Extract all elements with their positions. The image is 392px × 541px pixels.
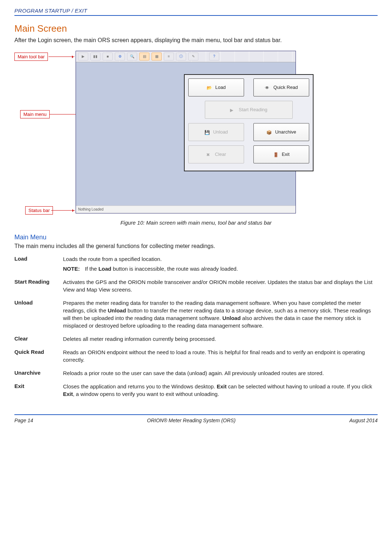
clear-button: ✖ Clear bbox=[188, 145, 244, 163]
button-label: Start Reading bbox=[239, 107, 267, 113]
page-number: Page 14 bbox=[14, 417, 33, 424]
view1-icon[interactable]: ▤ bbox=[139, 53, 149, 60]
footer-date: August 2014 bbox=[349, 417, 378, 424]
page-footer: Page 14 ORION® Meter Reading System (ORS… bbox=[14, 414, 378, 424]
eye-icon: 👁 bbox=[265, 85, 271, 90]
status-bar: Nothing Loaded bbox=[76, 206, 296, 213]
table-row: Load Loads the route from a specified lo… bbox=[14, 255, 378, 278]
start-reading-button: ▶ Start Reading bbox=[205, 101, 293, 119]
table-row: Quick Read Reads an ORION endpoint witho… bbox=[14, 348, 378, 369]
figure-container: Main tool bar Main menu Status bar ▶ ▮▮ … bbox=[14, 51, 378, 216]
subheading: Main Menu bbox=[14, 233, 378, 242]
table-row: Exit Closes the application and returns … bbox=[14, 383, 378, 404]
definitions-table: Load Loads the route from a specified lo… bbox=[14, 255, 378, 404]
table-row: Unarchive Reloads a prior route so the u… bbox=[14, 369, 378, 383]
term: Unload bbox=[14, 299, 63, 335]
term: Load bbox=[14, 255, 63, 278]
table-row: Clear Deletes all meter reading informat… bbox=[14, 335, 378, 348]
settings-icon[interactable]: ⚙ bbox=[115, 53, 125, 60]
desc: Reads an ORION endpoint without the need… bbox=[63, 348, 378, 369]
exit-icon: 🚪 bbox=[273, 152, 280, 157]
intro-text: After the Login screen, the main ORS scr… bbox=[14, 36, 378, 44]
pause-icon[interactable]: ▮▮ bbox=[90, 53, 100, 60]
desc: Activates the GPS and the ORION mobile t… bbox=[63, 278, 378, 299]
list-icon[interactable]: ≡ bbox=[164, 53, 174, 60]
callout-toolbar: Main tool bar bbox=[14, 53, 48, 61]
quickread-button[interactable]: 👁 Quick Read bbox=[253, 78, 309, 96]
desc: Reloads a prior route so the user can sa… bbox=[63, 369, 378, 383]
exit-button[interactable]: 🚪 Exit bbox=[253, 145, 309, 163]
unarchive-button[interactable]: 📦 Unarchive bbox=[253, 123, 309, 141]
page-header: PROGRAM STARTUP / EXIT bbox=[14, 7, 378, 16]
button-label: Exit bbox=[282, 151, 290, 158]
term: Clear bbox=[14, 335, 63, 348]
callout-status: Status bar bbox=[25, 206, 53, 215]
info-icon[interactable]: ⓘ bbox=[176, 53, 186, 60]
callout-menu: Main menu bbox=[20, 110, 50, 119]
play-icon[interactable]: ▶ bbox=[78, 53, 88, 60]
section-title: Main Screen bbox=[14, 22, 378, 35]
help-icon[interactable]: ? bbox=[209, 53, 219, 60]
clear-icon: ✖ bbox=[206, 152, 213, 157]
button-label: Load bbox=[215, 84, 226, 91]
screenshot: ▶ ▮▮ ■ ⚙ 🔍 ▤ ▦ ≡ ⓘ ✎ ? 📂 Load 👁 bbox=[76, 51, 296, 213]
arrow-icon bbox=[49, 57, 75, 57]
subintro: The main menu includes all the general f… bbox=[14, 242, 378, 250]
toolbar: ▶ ▮▮ ■ ⚙ 🔍 ▤ ▦ ≡ ⓘ ✎ ? bbox=[76, 51, 296, 62]
stop-icon[interactable]: ■ bbox=[103, 53, 113, 60]
view2-icon[interactable]: ▦ bbox=[152, 53, 162, 60]
table-row: Unload Prepares the meter reading data f… bbox=[14, 299, 378, 335]
footer-title: ORION® Meter Reading System (ORS) bbox=[147, 417, 235, 424]
note-label: NOTE: bbox=[63, 266, 80, 272]
term: Start Reading bbox=[14, 278, 63, 299]
button-label: Unarchive bbox=[275, 129, 296, 135]
button-label: Clear bbox=[215, 151, 226, 158]
save-icon: 💾 bbox=[204, 130, 211, 135]
desc: Closes the application and returns you t… bbox=[63, 383, 378, 404]
desc: Deletes all meter reading information cu… bbox=[63, 335, 378, 348]
play-icon: ▶ bbox=[230, 107, 236, 112]
button-label: Quick Read bbox=[274, 84, 298, 91]
archive-icon: 📦 bbox=[266, 130, 273, 135]
doc-icon[interactable]: ✎ bbox=[188, 53, 198, 60]
term: Exit bbox=[14, 383, 63, 404]
desc: Loads the route from a specified locatio… bbox=[63, 255, 378, 278]
figure-caption: Figure 10: Main screen with main menu, t… bbox=[14, 219, 378, 226]
unload-button: 💾 Unload bbox=[188, 123, 244, 141]
load-button[interactable]: 📂 Load bbox=[188, 78, 244, 96]
term: Quick Read bbox=[14, 348, 63, 369]
table-row: Start Reading Activates the GPS and the … bbox=[14, 278, 378, 299]
folder-icon: 📂 bbox=[207, 85, 213, 90]
arrow-icon bbox=[51, 210, 75, 211]
button-label: Unload bbox=[213, 129, 228, 135]
term: Unarchive bbox=[14, 369, 63, 383]
main-menu-panel: 📂 Load 👁 Quick Read ▶ Start Reading 💾 Un… bbox=[184, 74, 314, 171]
desc: Prepares the meter reading data for tran… bbox=[63, 299, 378, 335]
search-icon[interactable]: 🔍 bbox=[127, 53, 137, 60]
